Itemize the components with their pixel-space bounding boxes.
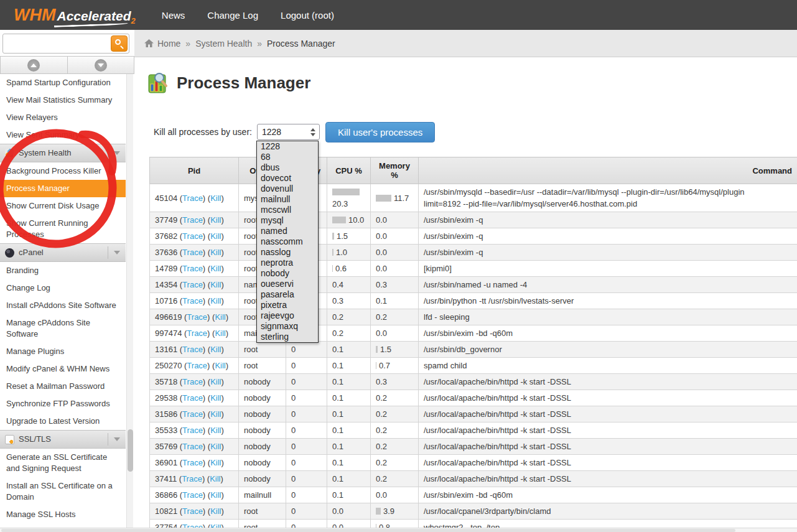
top-nav-link[interactable]: Change Log xyxy=(207,10,258,21)
sidebar-entry[interactable]: System Health xyxy=(0,144,126,162)
chevron-down-icon[interactable] xyxy=(114,437,120,441)
kill-link[interactable]: Kill xyxy=(210,377,221,386)
sidebar-entry[interactable]: Show Current Running Processes xyxy=(0,215,126,243)
scroll-up-button[interactable] xyxy=(0,56,68,74)
user-dropdown-option[interactable]: mysql xyxy=(257,215,318,226)
sidebar-entry[interactable]: Spamd Startup Configuration xyxy=(0,74,126,91)
sidebar-entry[interactable]: SSL/TLS xyxy=(0,430,126,449)
kill-link[interactable]: Kill xyxy=(210,345,221,354)
sidebar-entry[interactable]: Branding xyxy=(0,262,126,279)
sidebar-entry[interactable]: Reset a Mailman Password xyxy=(0,378,126,395)
sidebar-entry[interactable]: View Mail Statistics Summary xyxy=(0,91,126,109)
kill-link[interactable]: Kill xyxy=(210,393,221,403)
kill-link[interactable]: Kill xyxy=(210,490,221,500)
sidebar-entry[interactable]: Manage Plugins xyxy=(0,343,126,360)
whm-logo[interactable]: WHM Accelerated 2 xyxy=(14,6,136,25)
sidebar-entry[interactable]: View Sent Summary xyxy=(0,126,126,144)
sidebar-entry[interactable]: Show Current Disk Usage xyxy=(0,197,126,215)
trace-link[interactable]: Trace xyxy=(187,312,207,322)
trace-link[interactable]: Trace xyxy=(182,194,203,203)
user-dropdown-option[interactable]: dovenull xyxy=(257,184,318,194)
sidebar-entry[interactable]: Install cPAddons Site Software xyxy=(0,297,126,314)
kill-link[interactable]: Kill xyxy=(210,280,221,289)
kill-link[interactable]: Kill xyxy=(215,312,225,322)
sidebar-entry[interactable]: Upgrade to Latest Version xyxy=(0,413,126,430)
trace-link[interactable]: Trace xyxy=(182,506,203,516)
user-dropdown-option[interactable]: 68 xyxy=(257,152,318,162)
user-dropdown-option[interactable]: oueservi xyxy=(257,279,318,289)
chevron-down-icon[interactable] xyxy=(114,251,120,254)
user-dropdown-option[interactable]: mcscwll xyxy=(257,205,318,215)
user-dropdown-option[interactable]: dbus xyxy=(257,162,318,173)
trace-link[interactable]: Trace xyxy=(182,426,203,435)
kill-link[interactable]: Kill xyxy=(210,264,221,273)
top-nav-link[interactable]: Logout (root) xyxy=(281,10,334,21)
kill-link[interactable]: Kill xyxy=(210,458,221,467)
trace-link[interactable]: Trace xyxy=(187,329,207,338)
kill-link[interactable]: Kill xyxy=(210,231,221,241)
user-dropdown-option[interactable]: dovecot xyxy=(257,173,318,184)
user-dropdown-option[interactable]: nobody xyxy=(257,268,318,279)
kill-link[interactable]: Kill xyxy=(210,506,221,516)
kill-link[interactable]: Kill xyxy=(215,329,225,338)
trace-link[interactable]: Trace xyxy=(182,490,203,500)
select-spinner-icon[interactable] xyxy=(310,128,315,136)
kill-link[interactable]: Kill xyxy=(210,442,221,451)
kill-link[interactable]: Kill xyxy=(210,474,220,483)
sidebar-entry[interactable]: Background Process Killer xyxy=(0,162,126,180)
kill-link[interactable]: Kill xyxy=(210,248,221,257)
kill-link[interactable]: Kill xyxy=(210,215,221,225)
sidebar-scrollbar-thumb[interactable] xyxy=(128,429,133,472)
trace-link[interactable]: Trace xyxy=(182,474,202,483)
trace-link[interactable]: Trace xyxy=(182,377,203,386)
horizontal-scrollbar[interactable] xyxy=(0,528,797,532)
user-select[interactable]: 1228 xyxy=(257,124,320,140)
sidebar-entry[interactable]: cPanel xyxy=(0,243,126,262)
kill-user-processes-button[interactable]: Kill user's processes xyxy=(325,122,435,142)
trace-link[interactable]: Trace xyxy=(182,248,203,257)
user-dropdown-option[interactable]: nasslog xyxy=(257,247,318,258)
trace-link[interactable]: Trace xyxy=(182,409,203,419)
trace-link[interactable]: Trace xyxy=(182,296,203,306)
user-dropdown-option[interactable]: nasscomm xyxy=(257,236,318,247)
trace-link[interactable]: Trace xyxy=(182,458,203,467)
sidebar-entry[interactable]: Install an SSL Certificate on a Domain xyxy=(0,477,126,506)
sidebar-scrollbar[interactable] xyxy=(126,74,133,528)
scroll-down-button[interactable] xyxy=(68,56,135,74)
breadcrumb-home[interactable]: Home xyxy=(157,39,180,49)
search-input[interactable] xyxy=(6,35,109,52)
user-dropdown-option[interactable]: neprotra xyxy=(257,258,318,268)
user-dropdown-option[interactable]: named xyxy=(257,226,318,236)
sidebar-entry[interactable]: Change Log xyxy=(0,279,126,297)
search-button[interactable] xyxy=(111,35,128,52)
sidebar-entry[interactable]: Process Manager xyxy=(0,180,126,197)
trace-link[interactable]: Trace xyxy=(182,442,203,451)
sidebar-entry[interactable]: View Relayers xyxy=(0,109,126,126)
user-dropdown-option[interactable]: pasarela xyxy=(257,289,318,300)
breadcrumb-section[interactable]: System Health xyxy=(195,39,252,49)
kill-link[interactable]: Kill xyxy=(210,523,221,528)
trace-link[interactable]: Trace xyxy=(182,280,203,289)
chevron-down-icon[interactable] xyxy=(114,151,120,155)
user-dropdown-option[interactable]: rajeevgo xyxy=(257,310,318,321)
sidebar-entry[interactable]: Manage SSL Hosts xyxy=(0,506,126,523)
kill-link[interactable]: Kill xyxy=(210,296,221,306)
trace-link[interactable]: Trace xyxy=(187,361,207,370)
top-nav-link[interactable]: News xyxy=(162,10,185,21)
kill-link[interactable]: Kill xyxy=(215,361,225,370)
sidebar-entry[interactable]: Synchronize FTP Passwords xyxy=(0,395,126,413)
kill-link[interactable]: Kill xyxy=(210,409,221,419)
trace-link[interactable]: Trace xyxy=(182,393,203,403)
sidebar-entry[interactable]: Manage cPAddons Site Software xyxy=(0,314,126,343)
kill-link[interactable]: Kill xyxy=(210,426,221,435)
user-dropdown-option[interactable]: sterling xyxy=(257,332,318,342)
trace-link[interactable]: Trace xyxy=(182,523,203,528)
kill-link[interactable]: Kill xyxy=(210,194,221,203)
trace-link[interactable]: Trace xyxy=(182,215,203,225)
trace-link[interactable]: Trace xyxy=(182,231,203,241)
sidebar-entry[interactable]: Generate an SSL Certificate and Signing … xyxy=(0,449,126,477)
sidebar-entry[interactable]: Modify cPanel & WHM News xyxy=(0,360,126,378)
trace-link[interactable]: Trace xyxy=(182,345,203,354)
user-dropdown-option[interactable]: 1228 xyxy=(257,141,318,152)
user-dropdown-option[interactable]: signmaxq xyxy=(257,321,318,332)
